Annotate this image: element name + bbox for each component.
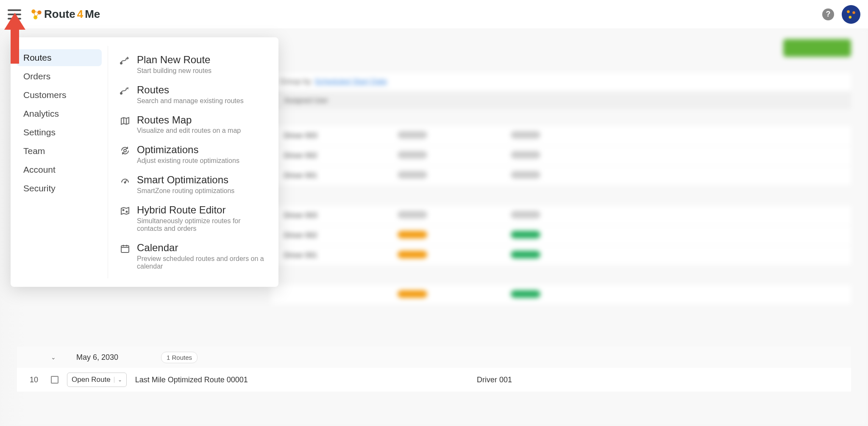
group-by-label: Group by — [280, 77, 311, 86]
help-icon[interactable]: ? — [822, 8, 834, 20]
svg-point-10 — [125, 182, 126, 183]
svg-marker-6 — [4, 13, 25, 64]
col-assigned-user: Assigned User — [284, 97, 398, 104]
brand-text-route: Route — [44, 8, 75, 21]
annotation-arrow — [4, 13, 25, 64]
map-route-icon — [120, 206, 130, 216]
entry-title: Calendar — [137, 242, 267, 254]
entry-subtitle: Search and manage existing routes — [137, 97, 244, 105]
svg-rect-13 — [121, 246, 129, 252]
nav-category-analytics[interactable]: Analytics — [17, 105, 102, 122]
entry-subtitle: Start building new routes — [137, 67, 211, 75]
route-search-icon — [120, 86, 130, 96]
calendar-icon — [120, 244, 130, 254]
entry-subtitle: Simultaneously optimize routes for conta… — [137, 217, 267, 233]
entry-title: Smart Optimizations — [137, 174, 234, 186]
nav-menu-entries: Plan New Route Start building new routes… — [108, 46, 278, 278]
nav-entry-plan-new-route[interactable]: Plan New Route Start building new routes — [120, 49, 267, 79]
entry-subtitle: Adjust existing route optimizations — [137, 157, 239, 165]
brand-text-four: 4 — [77, 8, 83, 21]
entry-title: Plan New Route — [137, 54, 211, 66]
nav-category-team[interactable]: Team — [17, 143, 102, 160]
svg-point-8 — [120, 92, 122, 94]
nav-menu-categories: Routes Orders Customers Analytics Settin… — [11, 46, 108, 278]
svg-point-7 — [120, 62, 122, 64]
brand-text-me: Me — [85, 8, 100, 21]
route-name: Last Mile Optimized Route 00001 — [135, 376, 248, 384]
nav-entry-routes-map[interactable]: Routes Map Visualize and edit routes on … — [120, 109, 267, 140]
svg-point-12 — [126, 211, 128, 212]
group-date: May 6, 2030 — [76, 353, 144, 362]
nav-category-settings[interactable]: Settings — [17, 124, 102, 141]
svg-point-4 — [852, 11, 855, 14]
date-group-row[interactable]: ⌄ May 6, 2030 1 Routes — [17, 347, 851, 368]
chevron-down-icon[interactable]: ⌄ — [114, 377, 122, 383]
top-header: Route4Me ? — [0, 0, 868, 28]
entry-title: Optimizations — [137, 144, 239, 156]
brand-mark-icon — [31, 8, 42, 20]
open-route-label: Open Route — [72, 376, 111, 384]
nav-entry-smart-optimizations[interactable]: Smart Optimizations SmartZone routing op… — [120, 169, 267, 199]
assigned-driver: Driver 001 — [477, 376, 512, 384]
nav-category-account[interactable]: Account — [17, 161, 102, 178]
nav-entry-hybrid-route-editor[interactable]: Hybrid Route Editor Simultaneously optim… — [120, 199, 267, 237]
gear-refresh-icon — [120, 146, 130, 156]
brand-logo[interactable]: Route4Me — [31, 8, 100, 21]
entry-title: Routes — [137, 84, 244, 96]
map-icon — [120, 116, 130, 126]
nav-category-customers[interactable]: Customers — [17, 87, 102, 104]
entry-title: Routes Map — [137, 114, 241, 126]
route-row[interactable]: 10 Open Route ⌄ Last Mile Optimized Rout… — [17, 368, 851, 392]
route-plus-icon — [120, 56, 130, 66]
entry-subtitle: Visualize and edit routes on a map — [137, 127, 241, 135]
nav-menu-panel: Routes Orders Customers Analytics Settin… — [11, 37, 278, 287]
nav-category-security[interactable]: Security — [17, 180, 102, 197]
entry-subtitle: Preview scheduled routes and orders on a… — [137, 255, 267, 270]
row-number: 10 — [30, 376, 42, 384]
svg-point-11 — [123, 209, 124, 210]
svg-point-3 — [847, 10, 850, 13]
user-avatar[interactable] — [842, 5, 860, 24]
entry-title: Hybrid Route Editor — [137, 204, 267, 216]
group-by-value[interactable]: Scheduled Start Date — [314, 77, 387, 86]
svg-point-5 — [849, 16, 852, 19]
primary-action-button[interactable] — [783, 39, 851, 57]
visible-rows-section: ⌄ May 6, 2030 1 Routes 10 Open Route ⌄ L… — [17, 347, 851, 392]
nav-entry-optimizations[interactable]: Optimizations Adjust existing route opti… — [120, 139, 267, 169]
nav-entry-calendar[interactable]: Calendar Preview scheduled routes and or… — [120, 237, 267, 275]
chevron-down-icon[interactable]: ⌄ — [51, 354, 59, 361]
row-select-checkbox[interactable] — [51, 376, 58, 384]
nav-entry-routes[interactable]: Routes Search and manage existing routes — [120, 79, 267, 109]
entry-subtitle: SmartZone routing optimizations — [137, 187, 234, 195]
gauge-icon — [120, 176, 130, 186]
svg-point-9 — [124, 149, 126, 152]
nav-category-routes[interactable]: Routes — [17, 49, 102, 66]
group-count-badge: 1 Routes — [161, 352, 198, 363]
open-route-button[interactable]: Open Route ⌄ — [67, 373, 127, 387]
nav-category-orders[interactable]: Orders — [17, 68, 102, 85]
